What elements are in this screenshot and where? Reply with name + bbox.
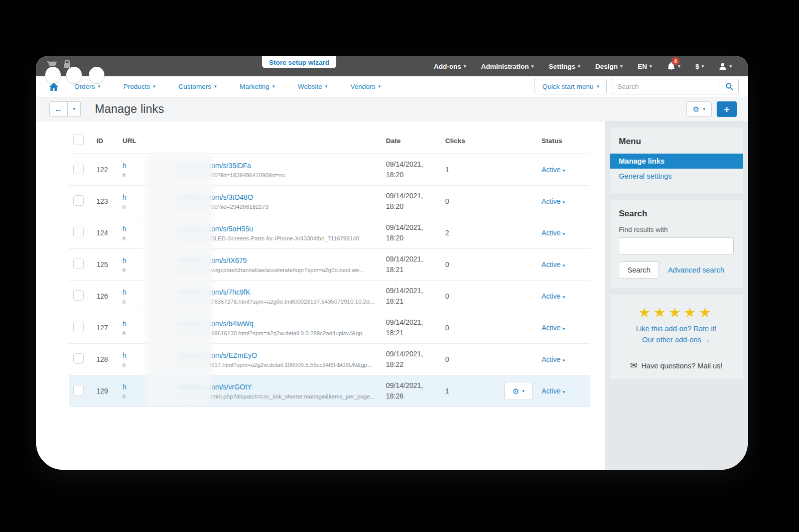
link-date: 09/14/2021,18:20 — [382, 186, 441, 217]
other-addons-link[interactable]: Our other add-ons → — [617, 336, 736, 344]
menu-panel-title: Menu — [610, 137, 743, 147]
link-id: 129 — [92, 375, 118, 407]
currency-selector[interactable]: $▾ — [695, 63, 704, 70]
status-dropdown[interactable]: Active ▾ — [542, 229, 565, 237]
search-submit-button[interactable] — [720, 79, 739, 94]
link-clicks: 0 — [441, 344, 500, 375]
search-panel: Search Find results with Search Advanced… — [610, 200, 743, 288]
table-row: 123 hommerce.com/s/3tO48O h/p/1503782670… — [69, 186, 590, 217]
row-checkbox[interactable] — [73, 322, 84, 332]
star-icon[interactable]: ★ — [669, 305, 684, 320]
home-icon[interactable] — [49, 83, 58, 91]
row-checkbox[interactable] — [73, 227, 84, 237]
nav-item-marketing[interactable]: Marketing▾ — [239, 83, 275, 90]
search-panel-title: Search — [610, 209, 743, 219]
status-dropdown[interactable]: Active ▾ — [542, 260, 565, 269]
status-dropdown[interactable]: Active ▾ — [542, 166, 565, 174]
column-header-id: ID — [92, 126, 118, 154]
status-dropdown[interactable]: Active ▾ — [542, 387, 565, 395]
link-date: 09/14/2021,18:22 — [382, 344, 441, 375]
chevron-down-icon: ▾ — [563, 263, 565, 268]
topbar-item-settings[interactable]: Settings▾ — [549, 63, 580, 70]
table-row: 128 hommerce.com/s/EZmEyO hem/3288314031… — [69, 344, 590, 375]
link-clicks: 0 — [441, 249, 500, 281]
status-dropdown[interactable]: Active ▾ — [542, 355, 565, 363]
chevron-down-icon: ▾ — [578, 64, 581, 69]
star-icon[interactable]: ★ — [638, 305, 653, 320]
quick-start-menu-button[interactable]: Quick start menu▾ — [535, 79, 607, 94]
status-dropdown[interactable]: Active ▾ — [542, 292, 565, 300]
row-checkbox[interactable] — [73, 385, 84, 395]
mail-us-link[interactable]: ✉ Have questions? Mail us! — [617, 360, 736, 371]
column-header-clicks: Clicks — [441, 126, 500, 154]
link-date: 09/14/2021,18:20 — [382, 154, 441, 186]
status-dropdown[interactable]: Active ▾ — [542, 324, 565, 332]
select-all-checkbox[interactable] — [73, 135, 84, 145]
nav-item-website[interactable]: Website▾ — [298, 83, 327, 90]
rate-addon-link[interactable]: Like this add-on? Rate it! — [617, 325, 736, 333]
row-actions-button[interactable]: ⚙▾ — [504, 382, 532, 400]
link-id: 128 — [92, 344, 118, 375]
nav-item-customers[interactable]: Customers▾ — [179, 83, 217, 90]
store-avatar[interactable] — [45, 67, 61, 83]
chevron-down-icon: ▾ — [378, 84, 381, 89]
column-header-date: Date — [382, 126, 441, 154]
topbar-item-design[interactable]: Design▾ — [595, 63, 623, 70]
link-clicks: 0 — [441, 312, 500, 344]
advanced-search-link[interactable]: Advanced search — [668, 266, 724, 274]
topbar-item-administration[interactable]: Administration▾ — [481, 63, 534, 70]
account-menu[interactable]: ▾ — [719, 62, 732, 70]
table-row: 122 hommerce.com/s/35lDFa h/p/1503782670… — [69, 154, 590, 186]
chevron-down-icon: ▾ — [153, 84, 156, 89]
store-avatar[interactable] — [66, 67, 82, 83]
links-table: ID URL Date Clicks Status 122 hommerce — [69, 126, 590, 407]
row-checkbox[interactable] — [73, 258, 84, 269]
star-icon[interactable]: ★ — [653, 305, 669, 320]
star-icon[interactable]: ★ — [699, 305, 714, 320]
topbar-item-addons[interactable]: Add-ons▾ — [434, 63, 466, 70]
nav-item-vendors[interactable]: Vendors▾ — [350, 83, 380, 90]
sidebar-item-general-settings[interactable]: General settings — [610, 169, 743, 184]
page-settings-button[interactable]: ⚙▾ — [686, 101, 712, 117]
language-selector[interactable]: EN▾ — [638, 63, 652, 70]
table-row-selected: 129 hommerce.com/s/vrGOtY hmerce.com/adm… — [69, 375, 590, 407]
store-setup-wizard-button[interactable]: Store setup wizard — [262, 56, 336, 68]
link-id: 123 — [92, 186, 118, 217]
row-checkbox[interactable] — [73, 290, 84, 301]
store-avatar[interactable] — [89, 67, 104, 83]
chevron-down-icon: ▾ — [325, 84, 328, 89]
right-sidebar: Menu Manage links General settings Searc… — [605, 121, 748, 470]
content-area: ID URL Date Clicks Status 122 hommerce — [36, 121, 748, 470]
chevron-down-icon: ▾ — [702, 64, 704, 69]
star-icon[interactable]: ★ — [684, 305, 699, 320]
link-clicks: 1 — [441, 154, 500, 186]
user-icon — [719, 62, 727, 70]
page-header: ← ▾ Manage links ⚙▾ + — [36, 97, 748, 121]
chevron-down-icon: ▾ — [98, 84, 100, 89]
sidebar-item-manage-links[interactable]: Manage links — [610, 154, 743, 169]
chevron-down-icon: ▾ — [729, 64, 732, 69]
row-checkbox[interactable] — [73, 195, 84, 206]
link-date: 09/14/2021,18:20 — [382, 217, 441, 249]
row-checkbox[interactable] — [73, 164, 84, 174]
main-nav: Orders▾ Products▾ Customers▾ Marketing▾ … — [36, 76, 748, 97]
link-date: 09/14/2021,18:21 — [382, 312, 441, 344]
chevron-down-icon: ▾ — [73, 107, 75, 111]
chevron-down-icon: ▾ — [620, 64, 623, 69]
chevron-down-icon: ▾ — [703, 107, 705, 111]
rating-stars[interactable]: ★★★★★ — [617, 305, 736, 321]
row-checkbox[interactable] — [73, 353, 84, 364]
global-search — [612, 79, 739, 94]
status-dropdown[interactable]: Active ▾ — [542, 197, 565, 205]
back-button[interactable]: ← — [49, 101, 68, 117]
notifications-button[interactable]: 4 ▾ — [667, 62, 681, 71]
add-link-button[interactable]: + — [717, 101, 737, 117]
chevron-down-icon: ▾ — [563, 326, 565, 331]
sidebar-search-button[interactable]: Search — [619, 261, 659, 279]
nav-item-orders[interactable]: Orders▾ — [74, 83, 100, 90]
nav-item-products[interactable]: Products▾ — [123, 83, 156, 90]
back-history-dropdown[interactable]: ▾ — [68, 101, 81, 117]
search-input[interactable] — [612, 79, 720, 94]
find-results-input[interactable] — [619, 237, 734, 254]
link-id: 122 — [92, 154, 118, 186]
